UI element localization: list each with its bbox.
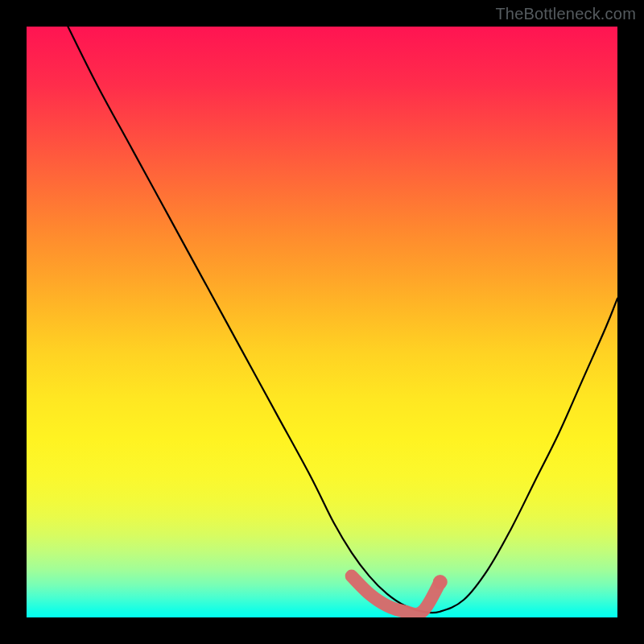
watermark-text: TheBottleneck.com bbox=[495, 5, 636, 23]
bottleneck-curve-path bbox=[68, 27, 617, 613]
chart-stage: TheBottleneck.com bbox=[0, 0, 644, 644]
highlight-end-marker bbox=[433, 575, 448, 589]
highlight-band-path bbox=[352, 576, 440, 614]
plot-area bbox=[27, 27, 617, 617]
curve-layer bbox=[27, 27, 617, 617]
